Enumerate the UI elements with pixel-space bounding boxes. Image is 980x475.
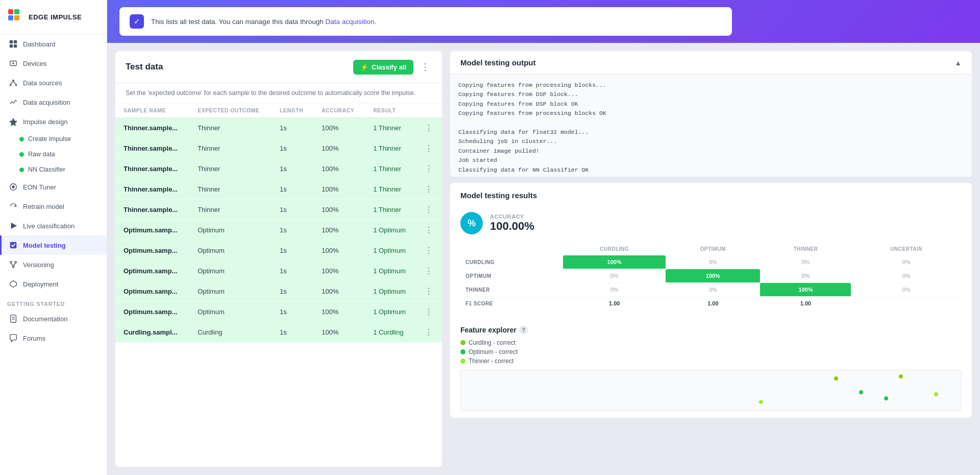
svg-rect-1 [14, 9, 19, 14]
matrix-row: CURDLING100%0%0%0% [460, 255, 962, 269]
table-row: Curdling.sampl... Curdling 1s 100% 1 Cur… [115, 322, 442, 343]
cell-menu: ⋮ [416, 220, 442, 241]
table-row: Optimum.samp... Optimum 1s 100% 1 Optimu… [115, 220, 442, 241]
svg-marker-17 [11, 223, 17, 229]
dashboard-icon [9, 39, 18, 49]
row-menu-button[interactable]: ⋮ [425, 205, 433, 215]
cell-accuracy: 100% [313, 179, 365, 200]
matrix-cell: 0% [760, 255, 851, 269]
cell-menu: ⋮ [416, 261, 442, 281]
matrix-cell: 0% [760, 269, 851, 283]
cell-sample-name: Optimum.samp... [115, 302, 189, 322]
test-data-table: SAMPLE NAME EXPECTED OUTCOME LENGTH ACCU… [115, 103, 442, 343]
cell-length: 1s [272, 281, 313, 302]
legend-item: Thinner - correct [460, 358, 962, 365]
scatter-dot [834, 376, 838, 381]
right-panel: Model testing output ▲ Copying features … [450, 51, 972, 467]
svg-rect-5 [14, 40, 17, 43]
matrix-row: OPTIMUM0%100%0%0% [460, 269, 962, 283]
nav-item-dashboard[interactable]: Dashboard [0, 34, 107, 54]
nav-item-forums[interactable]: Forums [0, 328, 107, 348]
col-actions [416, 103, 442, 118]
nav-sub-create-impulse[interactable]: Create impulse [0, 131, 107, 147]
scatter-dot [884, 396, 888, 400]
nav-item-devices[interactable]: Devices [0, 54, 107, 73]
table-row: Optimum.samp... Optimum 1s 100% 1 Optimu… [115, 261, 442, 281]
cell-accuracy: 100% [313, 118, 365, 138]
nav-item-live-classification[interactable]: Live classification [0, 216, 107, 235]
nav-item-impulse-design[interactable]: Impulse design [0, 112, 107, 131]
model-testing-icon [9, 241, 18, 250]
scatter-dot [759, 400, 763, 404]
row-menu-button[interactable]: ⋮ [425, 307, 433, 317]
cell-sample-name: Optimum.samp... [115, 261, 189, 281]
cell-sample-name: Thinner.sample... [115, 118, 189, 138]
cell-expected: Thinner [189, 200, 272, 220]
cell-result: 1 Thinner [365, 179, 416, 200]
cell-menu: ⋮ [416, 200, 442, 220]
nav-item-data-sources[interactable]: Data sources [0, 73, 107, 92]
row-menu-button[interactable]: ⋮ [425, 164, 433, 174]
scatter-dot [859, 390, 863, 394]
matrix-cell: 100% [666, 269, 760, 283]
cell-result: 1 Optimum [365, 241, 416, 261]
nav-item-versioning[interactable]: Versioning [0, 255, 107, 274]
collapse-button[interactable]: ▲ [954, 59, 962, 67]
main-content: ✓ This lists all test data. You can mana… [107, 0, 980, 475]
log-area: Copying features from processing blocks.… [450, 75, 972, 177]
svg-line-13 [11, 81, 13, 84]
matrix-cell: 0% [851, 269, 962, 283]
row-menu-button[interactable]: ⋮ [425, 287, 433, 296]
row-menu-button[interactable]: ⋮ [425, 144, 433, 153]
row-menu-button[interactable]: ⋮ [425, 266, 433, 276]
nav-item-documentation[interactable]: Documentation [0, 309, 107, 328]
cell-accuracy: 100% [313, 241, 365, 261]
versioning-icon [9, 260, 18, 269]
row-menu-button[interactable]: ⋮ [425, 327, 433, 337]
col-sample-name: SAMPLE NAME [115, 103, 189, 118]
nav-item-eon-tuner[interactable]: EON Tuner [0, 177, 107, 197]
logo-text: EDGE IMPULSE [29, 13, 82, 21]
test-data-subtext: Set the 'expected outcome' for each samp… [115, 83, 442, 103]
matrix-row: THINNER0%0%100%0% [460, 283, 962, 297]
top-banner: ✓ This lists all test data. You can mana… [107, 0, 980, 43]
nav-item-retrain-model[interactable]: Retrain model [0, 197, 107, 216]
data-acquisition-icon [9, 98, 18, 107]
data-sources-icon [9, 78, 18, 87]
cell-result: 1 Optimum [365, 220, 416, 241]
banner-link[interactable]: Data acquisition [325, 18, 374, 26]
table-row: Thinner.sample... Thinner 1s 100% 1 Thin… [115, 159, 442, 179]
more-options-button[interactable]: ⋮ [419, 59, 432, 75]
classify-all-button[interactable]: ⚡ Classify all [353, 60, 413, 75]
cell-result: 1 Optimum [365, 302, 416, 322]
forums-icon [9, 334, 18, 343]
docs-icon [9, 314, 18, 323]
svg-rect-3 [14, 15, 19, 20]
col-length: LENGTH [272, 103, 313, 118]
legend-item: Curdling - correct [460, 339, 962, 346]
logo: EDGE IMPULSE [0, 0, 107, 34]
matrix-cell: 1.00 [563, 297, 666, 311]
nav-sub-nn-classifier[interactable]: NN Classifier [0, 162, 107, 177]
nav-item-model-testing[interactable]: Model testing [0, 235, 107, 255]
row-menu-button[interactable]: ⋮ [425, 225, 433, 235]
legend-dot [460, 349, 465, 354]
matrix-cell: 0% [851, 283, 962, 297]
deployment-icon [9, 279, 18, 289]
scatter-dot [899, 374, 903, 378]
matrix-cell: 0% [666, 283, 760, 297]
nav-item-data-acquisition[interactable]: Data acquisition [0, 92, 107, 112]
cell-expected: Optimum [189, 220, 272, 241]
cell-sample-name: Optimum.samp... [115, 241, 189, 261]
col-accuracy: ACCURACY [313, 103, 365, 118]
scatter-plot [460, 370, 962, 411]
logo-icon [7, 8, 24, 26]
cell-length: 1s [272, 220, 313, 241]
cell-accuracy: 100% [313, 302, 365, 322]
svg-point-12 [15, 84, 17, 86]
row-menu-button[interactable]: ⋮ [425, 184, 433, 194]
row-menu-button[interactable]: ⋮ [425, 123, 433, 133]
nav-item-deployment[interactable]: Deployment [0, 274, 107, 294]
nav-sub-raw-data[interactable]: Raw data [0, 147, 107, 162]
row-menu-button[interactable]: ⋮ [425, 246, 433, 255]
